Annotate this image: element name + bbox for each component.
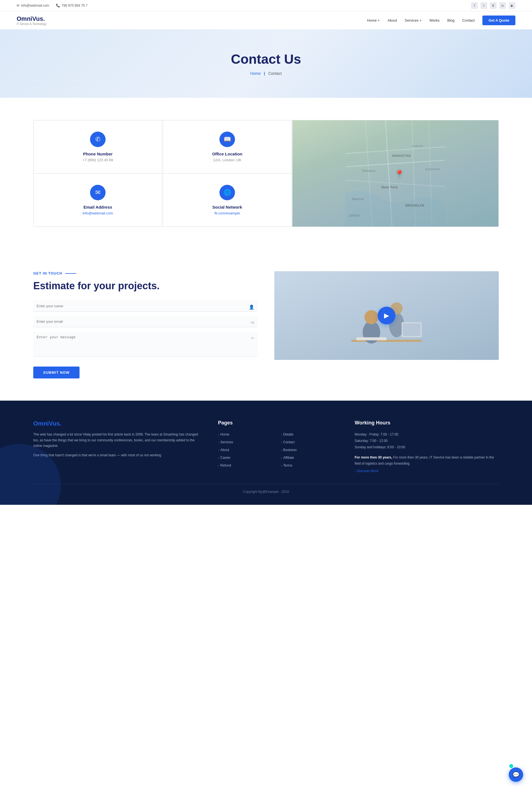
footer-page-home[interactable]: Home: [218, 432, 276, 438]
contact-cards-column-1: ✆ Phone Number +7 (800) 123 45 69 ✉ Emai…: [34, 120, 163, 227]
location-icon-circle: 📖: [220, 132, 235, 147]
email-info: ✉ info@webmail.com: [17, 4, 49, 7]
envelope-icon: ✉: [251, 320, 254, 325]
social-icon: 🌐: [224, 189, 231, 196]
footer-page-services[interactable]: Services: [218, 439, 276, 445]
footer-brand: OmniVus. The web has changed a lot since…: [33, 420, 202, 473]
logo: OmniVus. IT Service & Technology: [17, 15, 46, 25]
estimate-title: Estimate for your projects.: [33, 280, 258, 292]
svg-text:Bayonne: Bayonne: [352, 197, 364, 200]
footer-hours-weekday: Monday - Friday: 7:00 - 17:00: [355, 432, 499, 438]
map-container: MANHATTAN BROOKLYN JERSEY Bayonne Secauc…: [292, 120, 498, 227]
top-bar: ✉ info@webmail.com 📞 786 875 864 75 7 f …: [0, 0, 532, 11]
footer-hours-desc: For more then 30 years, For more then 30…: [355, 454, 499, 467]
svg-text:JERSEY: JERSEY: [349, 214, 360, 217]
phone-card-value: +7 (800) 123 45 69: [82, 158, 113, 162]
person-icon: 👤: [249, 305, 254, 310]
blogger-link[interactable]: B: [490, 2, 496, 9]
page-title: Contact Us: [17, 52, 515, 67]
email-icon: ✉: [95, 189, 100, 196]
svg-line-0: [345, 147, 445, 153]
footer-hours-title: Working Hours: [355, 420, 499, 426]
footer-pages: Pages Home Details Services Contact Abou…: [218, 420, 338, 473]
svg-text:ELMHURST: ELMHURST: [425, 168, 440, 171]
footer-page-career[interactable]: Career: [218, 455, 276, 461]
footer-logo: OmniVus.: [33, 420, 202, 427]
hero-banner: Contact Us Home | Contact: [0, 30, 532, 98]
nav-works[interactable]: Works: [430, 18, 440, 22]
footer-hours: Working Hours Monday - Friday: 7:00 - 17…: [355, 420, 499, 473]
get-quote-button[interactable]: Get A Quote: [482, 16, 515, 25]
estimate-video-side: ▶: [274, 271, 499, 360]
email-text: info@webmail.com: [21, 4, 49, 7]
email-card-value[interactable]: info@webmail.com: [82, 211, 113, 215]
phone-text: 786 875 864 75 7: [62, 4, 88, 7]
estimate-inner: Get In Touch Estimate for your projects.…: [33, 271, 499, 379]
footer-page-affiliate[interactable]: Affiliate: [281, 455, 338, 461]
play-button[interactable]: ▶: [378, 307, 395, 324]
social-icon-circle: 🌐: [220, 185, 235, 200]
footer-page-contact[interactable]: Contact: [281, 439, 338, 445]
footer-hours-sunday: Sunday and holidays: 8:00 - 10:00: [355, 444, 499, 451]
contact-grid: ✆ Phone Number +7 (800) 123 45 69 ✉ Emai…: [33, 120, 499, 227]
breadcrumb-current: Contact: [268, 71, 282, 76]
breadcrumb: Home | Contact: [17, 71, 515, 76]
breadcrumb-separator: |: [264, 71, 265, 76]
footer-pages-list: Home Details Services Contact About Busi…: [218, 432, 338, 468]
estimate-form-side: Get In Touch Estimate for your projects.…: [33, 271, 258, 379]
name-field-group: 👤: [33, 301, 258, 312]
email-field-group: ✉: [33, 316, 258, 327]
location-card-value: 12/A, London, UK: [213, 158, 242, 162]
estimate-section: Get In Touch Estimate for your projects.…: [0, 249, 532, 401]
facebook-link[interactable]: f: [471, 2, 478, 9]
logo-subtitle: IT Service & Technology: [17, 22, 46, 25]
social-card-title: Social Network: [212, 205, 242, 209]
footer-hours-saturday: Saturday: 7:00 - 12:00: [355, 438, 499, 444]
email-card-title: Email Address: [83, 205, 112, 209]
footer-brand-desc1: The web has changed a lot since Vitaly p…: [33, 432, 202, 448]
svg-rect-20: [356, 337, 386, 340]
youtube-link[interactable]: ▶: [509, 2, 515, 9]
navbar: OmniVus. IT Service & Technology Home + …: [0, 11, 532, 30]
map-pin: 📍: [395, 170, 404, 179]
footer-brand-desc2: One thing that hasn't changed is that we…: [33, 453, 202, 458]
phone-icon: ✆: [95, 136, 100, 143]
email-card: ✉ Email Address info@webmail.com: [34, 173, 162, 227]
footer-page-refund[interactable]: Refund: [218, 462, 276, 468]
phone-card-title: Phone Number: [83, 152, 113, 156]
footer-page-business[interactable]: Business: [281, 447, 338, 453]
email-icon-circle: ✉: [90, 185, 106, 200]
breadcrumb-home[interactable]: Home: [250, 71, 261, 76]
nav-services[interactable]: Services +: [405, 18, 422, 22]
contact-cards-column-2: 📖 Office Location 12/A, London, UK 🌐 Soc…: [163, 120, 292, 227]
discover-more-link[interactable]: Discover More: [355, 469, 499, 473]
message-field-group: ✏: [33, 332, 258, 358]
nav-links: Home + About Services + Works Blog Conta…: [367, 16, 515, 25]
nav-home[interactable]: Home +: [367, 18, 380, 22]
twitter-link[interactable]: t: [480, 2, 487, 9]
logo-name: OmniVus.: [17, 15, 46, 22]
name-input[interactable]: [33, 301, 258, 312]
phone-icon: 📞: [56, 4, 60, 7]
footer-page-details[interactable]: Details: [281, 432, 338, 438]
phone-info: 📞 786 875 864 75 7: [56, 4, 88, 7]
top-bar-contact: ✉ info@webmail.com 📞 786 875 864 75 7: [17, 4, 88, 7]
nav-about[interactable]: About: [388, 18, 397, 22]
nav-blog[interactable]: Blog: [447, 18, 454, 22]
social-card-value[interactable]: fb.com/example: [214, 211, 240, 215]
phone-icon-circle: ✆: [90, 132, 106, 147]
location-icon: 📖: [224, 136, 231, 143]
email-input[interactable]: [33, 316, 258, 327]
svg-text:Secaucus: Secaucus: [362, 169, 376, 172]
svg-rect-22: [403, 324, 420, 336]
email-icon: ✉: [17, 4, 19, 7]
footer-page-about[interactable]: About: [218, 447, 276, 453]
linkedin-link[interactable]: in: [499, 2, 506, 9]
footer: OmniVus. The web has changed a lot since…: [0, 401, 532, 505]
submit-button[interactable]: Submit Now: [33, 366, 79, 379]
footer-pages-title: Pages: [218, 420, 338, 426]
message-input[interactable]: [33, 332, 258, 357]
nav-contact[interactable]: Contact: [462, 18, 475, 22]
footer-hours-highlight: For more then 30 years,: [355, 456, 393, 459]
footer-page-terms[interactable]: Terms: [281, 462, 338, 468]
